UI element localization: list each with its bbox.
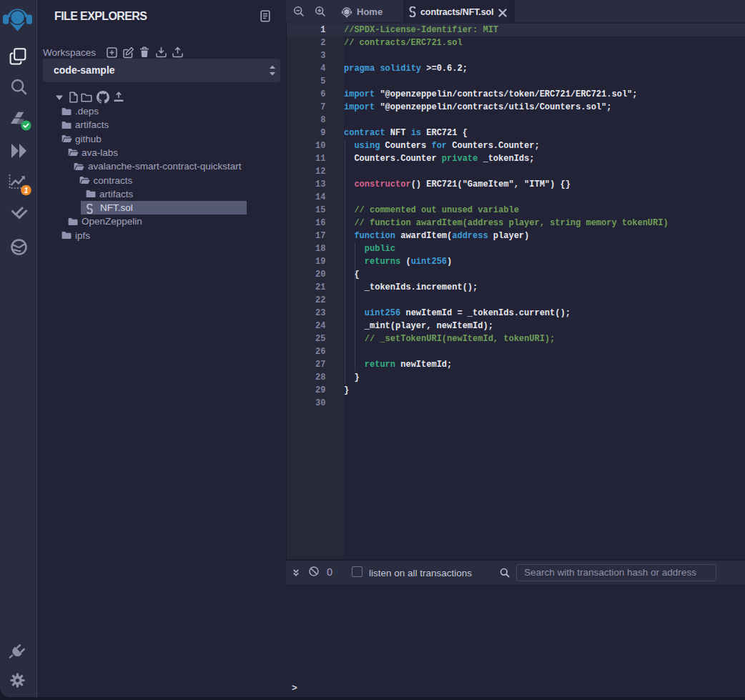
- svg-text:1: 1: [24, 187, 29, 194]
